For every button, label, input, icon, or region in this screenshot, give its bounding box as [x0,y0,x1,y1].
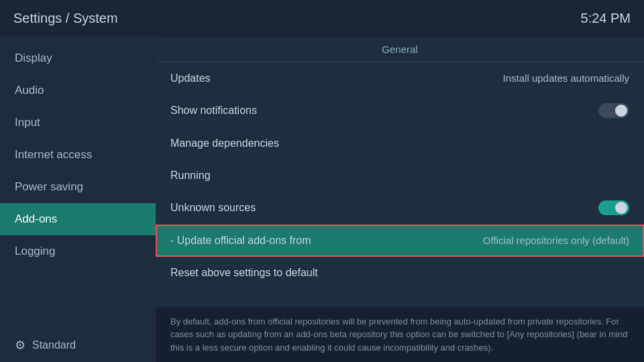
footer-text: By default, add-ons from official reposi… [170,316,627,353]
toggle-knob-show-notifications [615,105,627,117]
setting-label-manage-dependencies: Manage dependencies [170,137,279,149]
sidebar-item-input[interactable]: Input [0,107,156,139]
sidebar: DisplayAudioInputInternet accessPower sa… [0,37,156,362]
setting-value-update-official-addons: Official repositories only (default) [483,235,629,246]
sidebar-footer: ⚙ Standard [0,328,156,362]
setting-row-unknown-sources[interactable]: Unknown sources [156,192,644,225]
setting-row-manage-dependencies[interactable]: Manage dependencies [156,127,644,160]
setting-label-reset-settings: Reset above settings to default [170,267,318,279]
standard-label: Standard [32,339,76,351]
main-layout: DisplayAudioInputInternet accessPower sa… [0,37,644,362]
toggle-unknown-sources[interactable] [598,200,629,215]
sidebar-item-audio[interactable]: Audio [0,74,156,107]
setting-label-show-notifications: Show notifications [170,105,257,117]
setting-value-updates: Install updates automatically [503,72,629,84]
setting-row-running[interactable]: Running [156,160,644,192]
sidebar-item-power-saving[interactable]: Power saving [0,171,156,203]
content-footer: By default, add-ons from official reposi… [156,307,644,363]
clock: 5:24 PM [581,11,631,26]
sidebar-item-internet-access[interactable]: Internet access [0,139,156,171]
page-title: Settings / System [13,11,118,26]
content-area: General UpdatesInstall updates automatic… [156,37,644,362]
sidebar-item-display[interactable]: Display [0,42,156,74]
setting-label-unknown-sources: Unknown sources [170,202,256,214]
gear-icon: ⚙ [15,338,25,353]
setting-row-reset-settings[interactable]: Reset above settings to default [156,257,644,289]
sidebar-item-logging[interactable]: Logging [0,235,156,267]
setting-row-updates[interactable]: UpdatesInstall updates automatically [156,62,644,95]
toggle-show-notifications[interactable] [598,103,629,118]
header: Settings / System 5:24 PM [0,0,644,37]
section-header: General [156,37,644,62]
setting-label-update-official-addons: - Update official add-ons from [170,235,311,247]
toggle-knob-unknown-sources [615,202,627,214]
setting-row-update-official-addons[interactable]: - Update official add-ons fromOfficial r… [156,225,644,257]
setting-label-updates: Updates [170,72,211,84]
setting-label-running: Running [170,170,211,182]
sidebar-item-add-ons[interactable]: Add-ons [0,203,156,235]
settings-list: UpdatesInstall updates automaticallyShow… [156,62,644,307]
setting-row-show-notifications[interactable]: Show notifications [156,95,644,127]
